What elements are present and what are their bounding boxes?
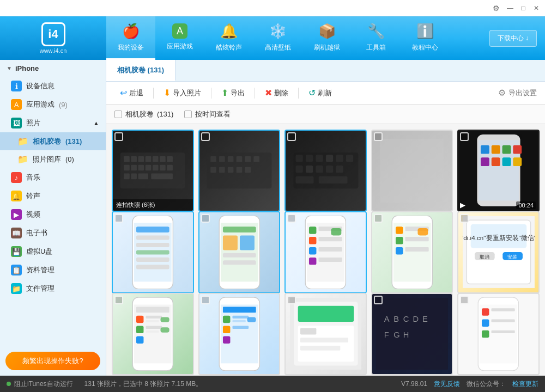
- photo-thumb: [113, 131, 193, 211]
- nav-tutorials[interactable]: ℹ️ 教程中心: [401, 16, 450, 60]
- photo-checkbox[interactable]: [374, 132, 383, 141]
- photo-checkbox[interactable]: [460, 132, 469, 141]
- photo-checkbox[interactable]: [460, 214, 469, 223]
- photo-item[interactable]: [112, 293, 194, 375]
- svg-rect-80: [319, 258, 342, 262]
- close-btn[interactable]: ✕: [532, 4, 541, 13]
- svg-rect-10: [138, 165, 144, 171]
- photo-checkbox[interactable]: [201, 296, 210, 304]
- sidebar-item-ringtones[interactable]: 🔔 铃声: [0, 187, 106, 205]
- photo-item[interactable]: "di.i4.cn"要重新安装"微信" 取消 安装: [457, 211, 540, 293]
- sidebar-item-photos[interactable]: 🖼 照片 ▲: [0, 114, 106, 132]
- photo-item[interactable]: 00:24 ▶: [457, 130, 540, 212]
- photo-checkbox[interactable]: [201, 132, 210, 141]
- download-btn[interactable]: 下载中心 ↓: [489, 30, 537, 47]
- photo-checkbox[interactable]: [374, 214, 383, 223]
- sidebar-item-video[interactable]: ▶ 视频: [0, 205, 106, 224]
- photo-item[interactable]: [371, 130, 453, 212]
- video-duration: 00:24: [516, 201, 536, 209]
- photo-checkbox[interactable]: [460, 296, 469, 304]
- nav-my-device[interactable]: 🍎 我的设备: [106, 16, 155, 60]
- photo-checkbox[interactable]: [114, 296, 123, 304]
- sidebar-arrow: ▼: [7, 65, 12, 71]
- svg-rect-126: [300, 338, 348, 343]
- photo-checkbox[interactable]: [287, 132, 296, 141]
- svg-rect-38: [295, 166, 302, 173]
- sidebar-item-data-mgmt[interactable]: 📋 资料管理: [0, 261, 106, 279]
- svg-rect-84: [396, 226, 403, 234]
- back-btn[interactable]: ↩ 后退: [114, 85, 149, 100]
- photo-item[interactable]: [371, 211, 453, 293]
- svg-rect-69: [223, 253, 256, 258]
- refresh-btn[interactable]: ↺ 刷新: [303, 85, 337, 100]
- sidebar-item-apps-count: (9): [59, 101, 68, 109]
- maximize-btn[interactable]: □: [519, 4, 528, 13]
- photo-item[interactable]: [284, 293, 367, 375]
- svg-rect-50: [502, 145, 511, 154]
- import-btn[interactable]: ⬇ 导入照片: [158, 85, 207, 100]
- photo-checkbox[interactable]: [201, 214, 210, 223]
- sidebar-item-apps[interactable]: A 应用游戏 (9): [0, 95, 106, 114]
- title-bar: ⚙ — □ ✕: [0, 0, 545, 16]
- photo-item[interactable]: [198, 293, 281, 375]
- filter-camera-roll[interactable]: 相机胶卷 (131): [114, 109, 173, 119]
- photo-thumb: [286, 294, 366, 374]
- by-time-checkbox[interactable]: [184, 111, 192, 118]
- sidebar-item-photo-library[interactable]: 📁 照片图库 (0): [0, 150, 106, 168]
- photo-item[interactable]: [112, 211, 194, 293]
- export-btn[interactable]: ⬆ 导出: [216, 85, 250, 100]
- sidebar: ▼ iPhone ℹ 设备信息 A 应用游戏 (9) 🖼 照片 ▲ 📁 相机胶卷…: [0, 60, 106, 376]
- camera-roll-checkbox[interactable]: [114, 111, 122, 118]
- svg-rect-110: [160, 327, 169, 332]
- photo-checkbox[interactable]: [114, 132, 123, 141]
- photo-checkbox[interactable]: [374, 296, 383, 304]
- sep4: [298, 88, 299, 99]
- settings-icon[interactable]: ⚙: [491, 3, 501, 14]
- sidebar-device-header[interactable]: ▼ iPhone: [0, 60, 106, 77]
- photo-item[interactable]: [198, 130, 281, 212]
- photo-item[interactable]: [457, 293, 540, 375]
- svg-rect-1: [124, 156, 130, 162]
- sidebar-item-device-info[interactable]: ℹ 设备信息: [0, 77, 106, 95]
- export-settings-btn[interactable]: ⚙ 导出设置: [498, 88, 537, 98]
- photo-checkbox[interactable]: [287, 214, 296, 223]
- sidebar-item-ebooks[interactable]: 📖 电子书: [0, 224, 106, 242]
- svg-rect-20: [210, 156, 216, 162]
- trouble-btn[interactable]: 频繁出现操作失败?: [5, 352, 100, 370]
- nav-tools[interactable]: 🔧 工具箱: [352, 16, 401, 60]
- photo-item[interactable]: [198, 211, 281, 293]
- sidebar-item-udisk[interactable]: 💾 虚拟U盘: [0, 242, 106, 261]
- svg-rect-49: [492, 145, 500, 154]
- update-btn[interactable]: 检查更新: [512, 379, 538, 389]
- nav-flash[interactable]: 📦 刷机越狱: [302, 16, 352, 60]
- delete-btn[interactable]: ✖ 删除: [259, 85, 294, 100]
- svg-text:D: D: [413, 315, 419, 323]
- sidebar-item-camera-roll-label: 相机胶卷: [33, 137, 61, 146]
- svg-rect-2: [131, 156, 137, 162]
- svg-rect-88: [405, 237, 428, 241]
- svg-rect-53: [492, 158, 500, 167]
- photo-item[interactable]: A B C D E F G H: [371, 293, 453, 375]
- nav-ringtones[interactable]: 🔔 酷炫铃声: [204, 16, 253, 60]
- nav-wallpaper[interactable]: ❄️ 高清壁纸: [253, 16, 302, 60]
- sidebar-item-camera-roll[interactable]: 📁 相机胶卷 (131): [0, 132, 106, 150]
- nav-items: 🍎 我的设备 A 应用游戏 🔔 酷炫铃声 ❄️ 高清壁纸 📦 刷机越狱 🔧: [106, 16, 481, 60]
- tab-camera-roll[interactable]: 相机胶卷 (131): [106, 60, 175, 81]
- photo-item[interactable]: 连拍快照 (6张): [112, 130, 194, 212]
- photo-checkbox[interactable]: [287, 296, 296, 304]
- nav-apps[interactable]: A 应用游戏: [155, 16, 204, 60]
- sidebar-item-music[interactable]: ♪ 音乐: [0, 168, 106, 187]
- minimize-btn[interactable]: —: [506, 4, 514, 13]
- import-icon: ⬇: [164, 88, 171, 98]
- svg-text:"di.i4.cn"要重新安装"微信": "di.i4.cn"要重新安装"微信": [463, 234, 535, 241]
- svg-rect-41: [325, 166, 332, 173]
- sidebar-item-file-mgmt[interactable]: 📁 文件管理: [0, 279, 106, 298]
- tab-bar: 相机胶卷 (131): [106, 60, 545, 82]
- logo-url: www.i4.cn: [40, 47, 67, 54]
- photo-item[interactable]: [284, 211, 367, 293]
- feedback-btn[interactable]: 意见反馈: [434, 379, 460, 389]
- photo-checkbox[interactable]: [114, 214, 123, 223]
- filter-by-time[interactable]: 按时间查看: [184, 109, 231, 119]
- photo-item[interactable]: [284, 130, 367, 212]
- status-right: V7.98.01 意见反馈 微信公众号： 检查更新: [401, 379, 538, 389]
